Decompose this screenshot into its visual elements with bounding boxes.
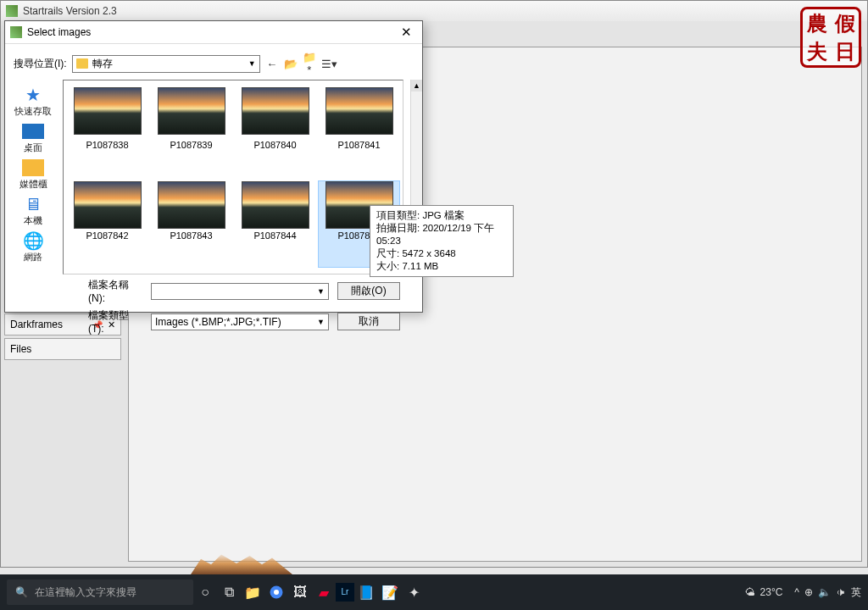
file-thumb[interactable]: P1087843 xyxy=(151,181,231,267)
app-icon-4[interactable]: 📝 xyxy=(378,580,402,605)
seal-char: 假 xyxy=(831,9,859,37)
nav-up-button[interactable]: 📂 xyxy=(284,58,298,70)
cancel-button[interactable]: 取消 xyxy=(337,313,400,330)
startrails-icon[interactable]: ✦ xyxy=(402,580,426,605)
place-label: 桌面 xyxy=(24,141,42,154)
taskview-icon[interactable]: ○ xyxy=(193,580,217,605)
file-dialog: Select images ✕ 搜尋位置(I): 轉存 ▼ ← 📂 📁* ☰▾ … xyxy=(4,20,423,313)
star-icon: ★ xyxy=(20,85,46,105)
thumbnail-image xyxy=(74,181,142,229)
dialog-close-button[interactable]: ✕ xyxy=(396,25,417,40)
place-desktop[interactable]: 桌面 xyxy=(20,121,46,154)
tray-snd-icon[interactable]: 🔈 xyxy=(818,586,831,598)
file-thumb[interactable]: P1087842 xyxy=(67,181,147,267)
explorer-icon[interactable]: 📁 xyxy=(241,580,264,605)
seal-char: 夫 xyxy=(803,37,831,65)
file-name: P1087842 xyxy=(86,230,128,241)
weather-temp[interactable]: 23°C xyxy=(760,586,783,598)
chevron-down-icon: ▼ xyxy=(248,59,256,68)
search-icon: 🔍 xyxy=(15,586,28,598)
seal-char: 農 xyxy=(803,9,831,37)
file-name: P1087839 xyxy=(170,140,212,150)
file-thumb[interactable]: P1087839 xyxy=(151,87,231,176)
file-name: P1087843 xyxy=(170,230,212,241)
place-label: 快速存取 xyxy=(14,105,52,118)
system-tray[interactable]: 🌤 23°C ^ ⊕ 🔈 🕩 英 xyxy=(745,585,861,600)
filename-input[interactable]: ▼ xyxy=(151,283,329,300)
dialog-titlebar[interactable]: Select images ✕ xyxy=(5,21,422,44)
app-title-text: Startrails Version 2.3 xyxy=(23,5,117,17)
lightroom-icon[interactable]: Lr xyxy=(336,583,354,602)
thumbnail-image xyxy=(242,87,309,135)
desktop-icon xyxy=(22,124,44,139)
filetype-label: 檔案類型(T): xyxy=(88,308,142,335)
tray-up-icon[interactable]: ^ xyxy=(794,586,799,598)
search-placeholder: 在這裡輸入文字來搜尋 xyxy=(35,585,136,600)
file-name: P1087841 xyxy=(337,140,380,150)
file-tooltip: 項目類型: JPG 檔案 拍攝日期: 2020/12/19 下午 05:23 尺… xyxy=(370,205,514,277)
file-thumb[interactable]: P1087841 xyxy=(319,87,399,176)
tray-vol-icon[interactable]: 🕩 xyxy=(836,586,846,598)
lookin-label: 搜尋位置(I): xyxy=(14,57,67,71)
filetype-combo[interactable]: Images (*.BMP;*.JPG;*.TIF) ▼ xyxy=(151,313,329,330)
task-icon[interactable]: ⧉ xyxy=(217,580,241,605)
tooltip-line: 尺寸: 5472 x 3648 xyxy=(376,247,507,260)
nav-viewmode-button[interactable]: ☰▾ xyxy=(321,58,335,70)
place-label: 本機 xyxy=(24,214,42,227)
lookin-row: 搜尋位置(I): 轉存 ▼ ← 📂 📁* ☰▾ xyxy=(5,44,422,80)
seal-watermark: 農 假 夫 日 xyxy=(800,7,861,68)
dialog-body: ★ 快速存取 桌面 媒體櫃 🖥 本機 🌐 網路 P10878 xyxy=(5,80,422,274)
svg-point-1 xyxy=(274,590,279,595)
scroll-up-button[interactable]: ▲ xyxy=(411,80,422,92)
lookin-combo[interactable]: 轉存 ▼ xyxy=(72,55,260,73)
pc-icon: 🖥 xyxy=(20,194,46,214)
filename-label: 檔案名稱(N): xyxy=(88,278,142,304)
app-titlebar[interactable]: Startrails Version 2.3 xyxy=(1,1,867,21)
place-network[interactable]: 🌐 網路 xyxy=(20,230,46,263)
file-thumb[interactable]: P1087844 xyxy=(235,181,315,267)
thumbnail-image xyxy=(158,87,225,135)
file-grid[interactable]: P1087838 P1087839 P1087840 P1087841 P108… xyxy=(63,80,403,274)
lookin-value: 轉存 xyxy=(92,57,248,71)
taskbar-search[interactable]: 🔍 在這裡輸入文字來搜尋 xyxy=(7,580,193,605)
nav-newfolder-button[interactable]: 📁* xyxy=(303,51,316,76)
place-quick[interactable]: ★ 快速存取 xyxy=(14,85,52,118)
chevron-down-icon: ▼ xyxy=(317,287,325,296)
places-bar: ★ 快速存取 桌面 媒體櫃 🖥 本機 🌐 網路 xyxy=(5,80,61,274)
tooltip-line: 拍攝日期: 2020/12/19 下午 05:23 xyxy=(376,222,507,247)
nav-back-button[interactable]: ← xyxy=(265,58,279,70)
chevron-down-icon: ▼ xyxy=(317,318,325,326)
filetype-value: Images (*.BMP;*.JPG;*.TIF) xyxy=(155,316,281,328)
chrome-icon[interactable] xyxy=(264,580,288,605)
file-name: P1087838 xyxy=(86,140,128,150)
app-icon xyxy=(6,5,18,17)
app-icon-2[interactable]: ▰ xyxy=(312,580,336,605)
place-thispc[interactable]: 🖥 本機 xyxy=(20,194,46,227)
thumbnail-image xyxy=(74,87,142,135)
seal-char: 日 xyxy=(831,37,859,65)
library-icon xyxy=(22,159,44,176)
thumbnail-image xyxy=(158,181,225,229)
file-name: P1087840 xyxy=(253,140,296,150)
dialog-icon xyxy=(10,26,22,38)
tooltip-line: 項目類型: JPG 檔案 xyxy=(376,209,507,222)
network-icon: 🌐 xyxy=(20,230,46,251)
thumbnail-image xyxy=(242,181,309,229)
place-label: 媒體櫃 xyxy=(19,178,47,191)
tray-net-icon[interactable]: ⊕ xyxy=(804,586,813,598)
taskbar[interactable]: 🔍 在這裡輸入文字來搜尋 ○ ⧉ 📁 🖼 ▰ Lr 📘 📝 ✦ 🌤 23°C ^… xyxy=(0,574,868,610)
weather-icon[interactable]: 🌤 xyxy=(745,586,755,598)
file-thumb[interactable]: P1087840 xyxy=(235,87,315,176)
folder-icon xyxy=(76,58,88,69)
ime-indicator[interactable]: 英 xyxy=(851,585,861,600)
place-label: 網路 xyxy=(24,251,42,263)
thumbnail-image xyxy=(326,87,393,135)
open-button[interactable]: 開啟(O) xyxy=(337,282,400,300)
tooltip-line: 大小: 7.11 MB xyxy=(376,260,507,273)
dialog-bottom: 檔案名稱(N): ▼ 開啟(O) 檔案類型(T): Images (*.BMP;… xyxy=(5,274,422,346)
file-thumb[interactable]: P1087838 xyxy=(67,87,147,176)
app-icon-3[interactable]: 📘 xyxy=(354,580,378,605)
place-libraries[interactable]: 媒體櫃 xyxy=(19,158,47,191)
file-name: P1087844 xyxy=(253,230,296,241)
app-icon-1[interactable]: 🖼 xyxy=(288,580,312,605)
